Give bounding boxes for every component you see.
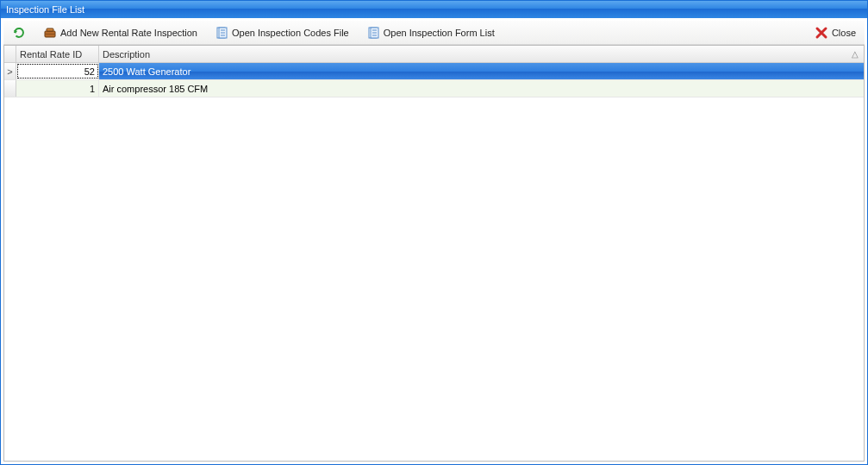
col-header-rental-rate-id[interactable]: Rental Rate ID — [16, 46, 99, 62]
refresh-button[interactable] — [9, 24, 29, 41]
grid-body[interactable]: >522500 Watt Generator1Air compressor 18… — [4, 63, 864, 461]
cell-description: 2500 Watt Generator — [99, 63, 864, 79]
document-list-icon — [215, 26, 228, 40]
row-indicator — [4, 80, 16, 97]
col-header-description-label: Description — [103, 49, 150, 60]
open-forms-label: Open Inspection Form List — [384, 28, 495, 38]
table-row[interactable]: >522500 Watt Generator — [4, 63, 864, 80]
close-button[interactable]: Close — [811, 24, 859, 41]
data-grid: Rental Rate ID Description △ >522500 Wat… — [3, 45, 865, 462]
sort-ascending-icon: △ — [852, 49, 859, 59]
toolbox-icon — [43, 26, 57, 40]
inspection-file-list-window: Inspection File List Add New Rental Rate… — [0, 0, 868, 465]
window-title: Inspection File List — [1, 1, 867, 18]
grid-header: Rental Rate ID Description △ — [4, 46, 864, 63]
svg-rect-1 — [47, 28, 53, 31]
refresh-icon — [12, 26, 26, 40]
cell-rental-rate-id: 52 — [16, 63, 99, 79]
document-list-icon — [366, 26, 380, 40]
toolbar: Add New Rental Rate Inspection Open Insp… — [3, 21, 865, 45]
svg-rect-2 — [45, 34, 55, 35]
add-new-rental-rate-inspection-button[interactable]: Add New Rental Rate Inspection — [40, 24, 201, 41]
close-icon — [815, 26, 828, 40]
cell-description: Air compressor 185 CFM — [99, 80, 864, 97]
col-header-description[interactable]: Description △ — [99, 46, 864, 62]
row-indicator: > — [4, 63, 16, 79]
col-header-indicator[interactable] — [4, 46, 16, 62]
add-label: Add New Rental Rate Inspection — [60, 28, 197, 38]
open-inspection-codes-button[interactable]: Open Inspection Codes File — [211, 24, 353, 41]
close-label: Close — [832, 28, 856, 38]
cell-rental-rate-id: 1 — [16, 80, 99, 97]
open-inspection-form-list-button[interactable]: Open Inspection Form List — [363, 24, 498, 41]
open-codes-label: Open Inspection Codes File — [232, 28, 349, 38]
table-row[interactable]: 1Air compressor 185 CFM — [4, 80, 864, 97]
